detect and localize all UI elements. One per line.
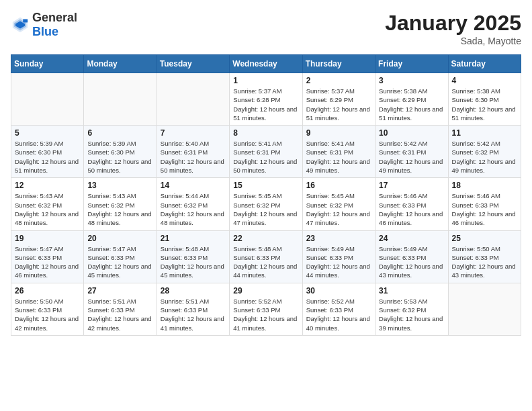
day-number: 4 bbox=[452, 76, 517, 85]
weekday-header-monday: Monday bbox=[84, 55, 157, 73]
logo-text: General Blue bbox=[32, 11, 77, 39]
day-number: 7 bbox=[161, 128, 226, 138]
calendar-cell: 19Sunrise: 5:47 AM Sunset: 6:33 PM Dayli… bbox=[11, 230, 84, 283]
day-number: 14 bbox=[161, 181, 226, 190]
day-info: Sunrise: 5:48 AM Sunset: 6:33 PM Dayligh… bbox=[161, 244, 226, 280]
calendar-cell: 8Sunrise: 5:41 AM Sunset: 6:31 PM Daylig… bbox=[230, 126, 302, 178]
day-info: Sunrise: 5:42 AM Sunset: 6:31 PM Dayligh… bbox=[379, 139, 444, 175]
calendar-cell: 16Sunrise: 5:45 AM Sunset: 6:32 PM Dayli… bbox=[302, 178, 375, 230]
day-info: Sunrise: 5:38 AM Sunset: 6:30 PM Dayligh… bbox=[452, 87, 517, 122]
day-number: 30 bbox=[306, 286, 371, 295]
calendar-cell: 24Sunrise: 5:49 AM Sunset: 6:33 PM Dayli… bbox=[375, 230, 448, 283]
calendar-cell: 21Sunrise: 5:48 AM Sunset: 6:33 PM Dayli… bbox=[157, 230, 229, 283]
day-number: 16 bbox=[306, 181, 371, 190]
calendar-cell: 1Sunrise: 5:37 AM Sunset: 6:28 PM Daylig… bbox=[230, 73, 302, 126]
calendar-cell: 7Sunrise: 5:40 AM Sunset: 6:31 PM Daylig… bbox=[157, 126, 229, 178]
calendar-cell bbox=[448, 283, 521, 335]
weekday-header-saturday: Saturday bbox=[448, 55, 521, 73]
calendar-cell: 5Sunrise: 5:39 AM Sunset: 6:30 PM Daylig… bbox=[11, 126, 84, 178]
day-number: 1 bbox=[233, 76, 298, 85]
calendar-week-row: 1Sunrise: 5:37 AM Sunset: 6:28 PM Daylig… bbox=[11, 73, 521, 126]
calendar-cell: 29Sunrise: 5:52 AM Sunset: 6:33 PM Dayli… bbox=[230, 283, 302, 335]
day-info: Sunrise: 5:43 AM Sunset: 6:32 PM Dayligh… bbox=[87, 191, 152, 227]
day-number: 11 bbox=[452, 128, 517, 138]
month-year-title: January 2025 bbox=[385, 11, 521, 36]
calendar-cell: 28Sunrise: 5:51 AM Sunset: 6:33 PM Dayli… bbox=[157, 283, 229, 335]
day-number: 8 bbox=[233, 128, 298, 138]
day-info: Sunrise: 5:37 AM Sunset: 6:28 PM Dayligh… bbox=[233, 87, 298, 122]
logo-icon bbox=[11, 15, 30, 34]
calendar-cell bbox=[11, 73, 84, 126]
day-number: 21 bbox=[161, 234, 226, 243]
calendar-cell: 26Sunrise: 5:50 AM Sunset: 6:33 PM Dayli… bbox=[11, 283, 84, 335]
calendar-week-row: 5Sunrise: 5:39 AM Sunset: 6:30 PM Daylig… bbox=[11, 126, 521, 178]
weekday-header-wednesday: Wednesday bbox=[230, 55, 302, 73]
day-number: 28 bbox=[161, 286, 226, 295]
calendar-cell: 10Sunrise: 5:42 AM Sunset: 6:31 PM Dayli… bbox=[375, 126, 448, 178]
calendar-cell: 23Sunrise: 5:49 AM Sunset: 6:33 PM Dayli… bbox=[302, 230, 375, 283]
day-number: 13 bbox=[87, 181, 152, 190]
calendar-cell: 6Sunrise: 5:39 AM Sunset: 6:30 PM Daylig… bbox=[84, 126, 157, 178]
calendar-week-row: 12Sunrise: 5:43 AM Sunset: 6:32 PM Dayli… bbox=[11, 178, 521, 230]
day-info: Sunrise: 5:39 AM Sunset: 6:30 PM Dayligh… bbox=[15, 139, 80, 175]
day-info: Sunrise: 5:52 AM Sunset: 6:33 PM Dayligh… bbox=[306, 297, 371, 332]
day-info: Sunrise: 5:46 AM Sunset: 6:33 PM Dayligh… bbox=[452, 191, 517, 227]
day-number: 31 bbox=[379, 286, 444, 295]
day-info: Sunrise: 5:49 AM Sunset: 6:33 PM Dayligh… bbox=[306, 244, 371, 280]
day-info: Sunrise: 5:48 AM Sunset: 6:33 PM Dayligh… bbox=[233, 244, 298, 280]
day-info: Sunrise: 5:45 AM Sunset: 6:32 PM Dayligh… bbox=[233, 191, 298, 227]
calendar-week-row: 26Sunrise: 5:50 AM Sunset: 6:33 PM Dayli… bbox=[11, 283, 521, 335]
day-number: 9 bbox=[306, 128, 371, 138]
day-info: Sunrise: 5:49 AM Sunset: 6:33 PM Dayligh… bbox=[379, 244, 444, 280]
day-number: 26 bbox=[15, 286, 80, 295]
day-number: 19 bbox=[15, 234, 80, 243]
day-number: 22 bbox=[233, 234, 298, 243]
calendar-cell: 13Sunrise: 5:43 AM Sunset: 6:32 PM Dayli… bbox=[84, 178, 157, 230]
day-info: Sunrise: 5:41 AM Sunset: 6:31 PM Dayligh… bbox=[233, 139, 298, 175]
day-number: 24 bbox=[379, 234, 444, 243]
day-info: Sunrise: 5:41 AM Sunset: 6:31 PM Dayligh… bbox=[306, 139, 371, 175]
day-info: Sunrise: 5:42 AM Sunset: 6:32 PM Dayligh… bbox=[452, 139, 517, 175]
calendar-cell bbox=[84, 73, 157, 126]
day-info: Sunrise: 5:51 AM Sunset: 6:33 PM Dayligh… bbox=[87, 297, 152, 332]
calendar-cell: 9Sunrise: 5:41 AM Sunset: 6:31 PM Daylig… bbox=[302, 126, 375, 178]
day-info: Sunrise: 5:52 AM Sunset: 6:33 PM Dayligh… bbox=[233, 297, 298, 332]
calendar-cell: 20Sunrise: 5:47 AM Sunset: 6:33 PM Dayli… bbox=[84, 230, 157, 283]
svg-rect-3 bbox=[23, 19, 28, 23]
calendar-cell: 4Sunrise: 5:38 AM Sunset: 6:30 PM Daylig… bbox=[448, 73, 521, 126]
day-info: Sunrise: 5:40 AM Sunset: 6:31 PM Dayligh… bbox=[161, 139, 226, 175]
day-number: 18 bbox=[452, 181, 517, 190]
day-info: Sunrise: 5:47 AM Sunset: 6:33 PM Dayligh… bbox=[15, 244, 80, 280]
day-info: Sunrise: 5:53 AM Sunset: 6:32 PM Dayligh… bbox=[379, 297, 444, 332]
weekday-header-sunday: Sunday bbox=[11, 55, 84, 73]
calendar-cell: 17Sunrise: 5:46 AM Sunset: 6:33 PM Dayli… bbox=[375, 178, 448, 230]
day-info: Sunrise: 5:51 AM Sunset: 6:33 PM Dayligh… bbox=[161, 297, 226, 332]
calendar-cell bbox=[157, 73, 229, 126]
day-info: Sunrise: 5:37 AM Sunset: 6:29 PM Dayligh… bbox=[306, 87, 371, 122]
day-info: Sunrise: 5:47 AM Sunset: 6:33 PM Dayligh… bbox=[87, 244, 152, 280]
day-number: 17 bbox=[379, 181, 444, 190]
calendar-cell: 31Sunrise: 5:53 AM Sunset: 6:32 PM Dayli… bbox=[375, 283, 448, 335]
day-number: 15 bbox=[233, 181, 298, 190]
day-info: Sunrise: 5:38 AM Sunset: 6:29 PM Dayligh… bbox=[379, 87, 444, 122]
title-area: January 2025 Sada, Mayotte bbox=[385, 11, 521, 46]
day-info: Sunrise: 5:43 AM Sunset: 6:32 PM Dayligh… bbox=[15, 191, 80, 227]
day-number: 29 bbox=[233, 286, 298, 295]
day-number: 23 bbox=[306, 234, 371, 243]
day-info: Sunrise: 5:50 AM Sunset: 6:33 PM Dayligh… bbox=[452, 244, 517, 280]
calendar-cell: 27Sunrise: 5:51 AM Sunset: 6:33 PM Dayli… bbox=[84, 283, 157, 335]
logo: General Blue bbox=[11, 11, 77, 39]
day-info: Sunrise: 5:50 AM Sunset: 6:33 PM Dayligh… bbox=[15, 297, 80, 332]
day-number: 12 bbox=[15, 181, 80, 190]
calendar-cell: 18Sunrise: 5:46 AM Sunset: 6:33 PM Dayli… bbox=[448, 178, 521, 230]
calendar-cell: 11Sunrise: 5:42 AM Sunset: 6:32 PM Dayli… bbox=[448, 126, 521, 178]
logo-general: General bbox=[32, 11, 77, 24]
day-info: Sunrise: 5:45 AM Sunset: 6:32 PM Dayligh… bbox=[306, 191, 371, 227]
day-number: 27 bbox=[87, 286, 152, 295]
calendar-cell: 14Sunrise: 5:44 AM Sunset: 6:32 PM Dayli… bbox=[157, 178, 229, 230]
header: General Blue January 2025 Sada, Mayotte bbox=[11, 11, 521, 46]
weekday-header-thursday: Thursday bbox=[302, 55, 375, 73]
weekday-header-tuesday: Tuesday bbox=[157, 55, 229, 73]
day-number: 20 bbox=[87, 234, 152, 243]
day-number: 3 bbox=[379, 76, 444, 85]
